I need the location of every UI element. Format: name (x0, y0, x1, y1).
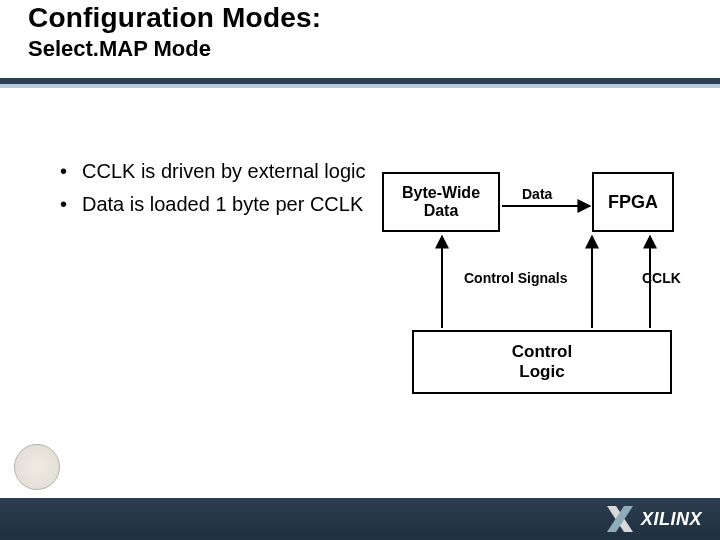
label-data: Data (522, 186, 552, 202)
seal-icon (14, 444, 60, 490)
brand-text: XILINX (641, 509, 702, 530)
label-control-signals: Control Signals (464, 270, 567, 286)
bullet-item: Data is loaded 1 byte per CCLK (60, 191, 370, 218)
box-label: FPGA (608, 192, 658, 213)
title-block: Configuration Modes: Select.MAP Mode (28, 2, 688, 62)
box-fpga: FPGA (592, 172, 674, 232)
title-main: Configuration Modes: (28, 2, 688, 34)
box-label: Byte-Wide Data (402, 184, 480, 221)
bullet-list: CCLK is driven by external logic Data is… (60, 158, 370, 224)
footer-bar: XILINX (0, 498, 720, 540)
xilinx-logo: XILINX (607, 506, 702, 532)
xilinx-x-icon (607, 506, 633, 532)
title-sub: Select.MAP Mode (28, 36, 688, 62)
bullet-item: CCLK is driven by external logic (60, 158, 370, 185)
diagram: Byte-Wide Data FPGA Control Logic Data C… (382, 160, 702, 420)
box-control-logic: Control Logic (412, 330, 672, 394)
box-label: Control Logic (512, 342, 572, 381)
slide: Configuration Modes: Select.MAP Mode CCL… (0, 0, 720, 540)
box-byte-wide-data: Byte-Wide Data (382, 172, 500, 232)
label-cclk: CCLK (642, 270, 681, 286)
title-rule (0, 78, 720, 92)
